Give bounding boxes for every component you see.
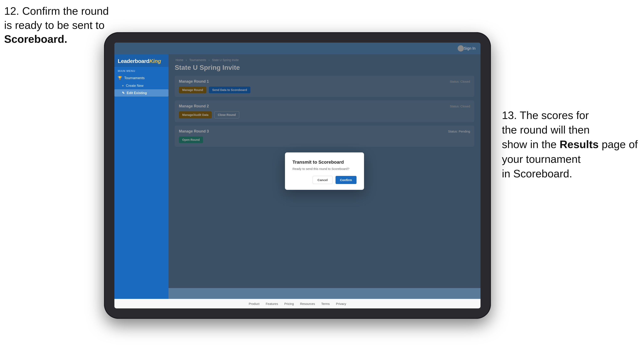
annotation-r4: page of: [602, 138, 638, 150]
annotation-r-bold: Results: [560, 138, 599, 150]
annotation-r2: the round will then: [502, 124, 590, 136]
footer-privacy[interactable]: Privacy: [336, 302, 346, 306]
create-new-label: Create New: [126, 84, 143, 88]
plus-icon: +: [122, 84, 124, 88]
modal-title: Transmit to Scoreboard: [292, 160, 356, 165]
trophy-icon: 🏆: [118, 76, 122, 80]
annotation-r3: show in the: [502, 138, 557, 150]
tablet-screen: Sign In LeaderboardKing MAIN MENU 🏆 Tour: [114, 43, 480, 308]
logo-accent: King: [149, 58, 161, 64]
transmit-modal: Transmit to Scoreboard Ready to send thi…: [285, 153, 364, 190]
main-content: LeaderboardKing MAIN MENU 🏆 Tournaments …: [114, 54, 480, 299]
tablet-device: Sign In LeaderboardKing MAIN MENU 🏆 Tour: [104, 32, 491, 319]
modal-subtitle: Ready to send this round to Scoreboard?: [292, 167, 356, 171]
sidebar-item-create-new[interactable]: + Create New: [114, 82, 168, 89]
modal-actions: Cancel Confirm: [292, 176, 356, 184]
annotation-bold: Scoreboard.: [4, 33, 67, 45]
logo-area: LeaderboardKing: [114, 54, 168, 67]
footer-product[interactable]: Product: [249, 302, 260, 306]
cancel-button[interactable]: Cancel: [313, 176, 332, 184]
annotation-line1: 12. Confirm the round: [4, 5, 109, 17]
annotation-line2: is ready to be sent to: [4, 19, 105, 31]
footer: Product Features Pricing Resources Terms…: [114, 299, 480, 308]
modal-overlay: Transmit to Scoreboard Ready to send thi…: [168, 54, 480, 288]
footer-resources[interactable]: Resources: [300, 302, 315, 306]
annotation-r5: your tournament: [502, 153, 581, 165]
footer-pricing[interactable]: Pricing: [284, 302, 294, 306]
annotation-right: 13. The scores for the round will then s…: [502, 108, 638, 181]
sidebar-item-tournaments[interactable]: 🏆 Tournaments: [114, 74, 168, 82]
edit-existing-label: Edit Existing: [127, 91, 147, 95]
top-bar: Sign In: [114, 43, 480, 54]
logo: LeaderboardKing: [118, 58, 165, 64]
sidebar-item-edit-existing[interactable]: ✎ Edit Existing: [114, 89, 168, 97]
logo-main: Leaderboard: [118, 58, 149, 64]
annotation-r1: 13. The scores for: [502, 109, 589, 121]
page-content: Home › Tournaments › State U Spring Invi…: [168, 54, 480, 299]
tournaments-label: Tournaments: [124, 76, 144, 80]
annotation-r6: in Scoreboard.: [502, 168, 572, 180]
sidebar: LeaderboardKing MAIN MENU 🏆 Tournaments …: [114, 54, 168, 299]
edit-icon: ✎: [122, 91, 124, 95]
avatar-icon: [458, 45, 464, 51]
footer-features[interactable]: Features: [266, 302, 278, 306]
annotation-top-left: 12. Confirm the round is ready to be sen…: [4, 4, 109, 46]
sign-in-label: Sign In: [464, 46, 476, 51]
confirm-button[interactable]: Confirm: [336, 176, 357, 184]
sign-in-button[interactable]: Sign In: [464, 46, 476, 51]
main-menu-label: MAIN MENU: [114, 67, 168, 74]
footer-terms[interactable]: Terms: [321, 302, 330, 306]
